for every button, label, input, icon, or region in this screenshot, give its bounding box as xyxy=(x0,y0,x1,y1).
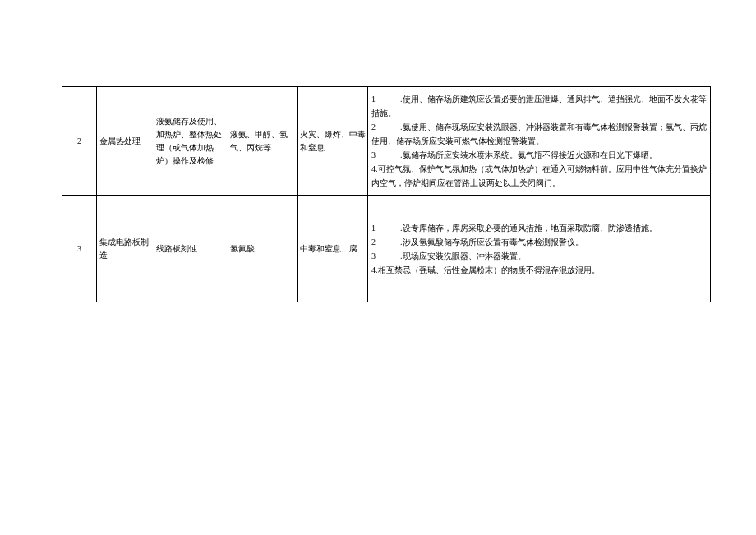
cell-num: 2 xyxy=(62,87,97,196)
table-row: 3 集成电路板制造 线路板刻蚀 氢氟酸 中毒和窒息、腐 1 .设专库储存，库房采… xyxy=(62,196,711,302)
cell-measures: 1 .使用、储存场所建筑应设置必要的泄压泄爆、通风排气、遮挡强光、地面不发火花等… xyxy=(368,87,711,196)
cell-measures: 1 .设专库储存，库房采取必要的通风措施，地面采取防腐、防渗透措施。 2 .涉及… xyxy=(368,196,711,302)
measure-item: 1 .设专库储存，库房采取必要的通风措施，地面采取防腐、防渗透措施。 xyxy=(371,221,707,235)
measure-item: 3 .氨储存场所应安装水喷淋系统。氨气瓶不得接近火源和在日光下爆晒。 xyxy=(371,148,707,162)
measure-item: 2 .氨使用、储存现场应安装洗眼器、冲淋器装置和有毒气体检测报警装置；氢气、丙烷… xyxy=(371,120,707,148)
cell-category: 集成电路板制造 xyxy=(97,196,154,302)
cell-hazards: 火灾、爆炸、中毒和窒息 xyxy=(298,87,368,196)
measure-item: 4.可控气氛、保护气气氛加热（或气体加热炉）在通入可燃物料前。应用中性气体充分置… xyxy=(371,162,707,190)
cell-materials: 液氨、甲醇、氢气、丙烷等 xyxy=(228,87,298,196)
cell-materials: 氢氟酸 xyxy=(228,196,298,302)
measure-item: 2 .涉及氢氟酸储存场所应设置有毒气体检测报警仪。 xyxy=(371,235,707,249)
measure-item: 3 .现场应安装洗眼器、冲淋器装置。 xyxy=(371,249,707,263)
cell-num: 3 xyxy=(62,196,97,302)
cell-process: 线路板刻蚀 xyxy=(154,196,228,302)
cell-category: 金属热处理 xyxy=(97,87,154,196)
hazard-table: 2 金属热处理 液氨储存及使用、加热炉、整体热处理（或气体加热炉）操作及检修 液… xyxy=(62,86,711,302)
table-row: 2 金属热处理 液氨储存及使用、加热炉、整体热处理（或气体加热炉）操作及检修 液… xyxy=(62,87,711,196)
cell-hazards: 中毒和窒息、腐 xyxy=(298,196,368,302)
cell-process: 液氨储存及使用、加热炉、整体热处理（或气体加热炉）操作及检修 xyxy=(154,87,228,196)
measure-item: 4.相互禁忌（强碱、活性金属粉末）的物质不得混存混放混用。 xyxy=(371,263,707,277)
measure-item: 1 .使用、储存场所建筑应设置必要的泄压泄爆、通风排气、遮挡强光、地面不发火花等… xyxy=(371,92,707,120)
